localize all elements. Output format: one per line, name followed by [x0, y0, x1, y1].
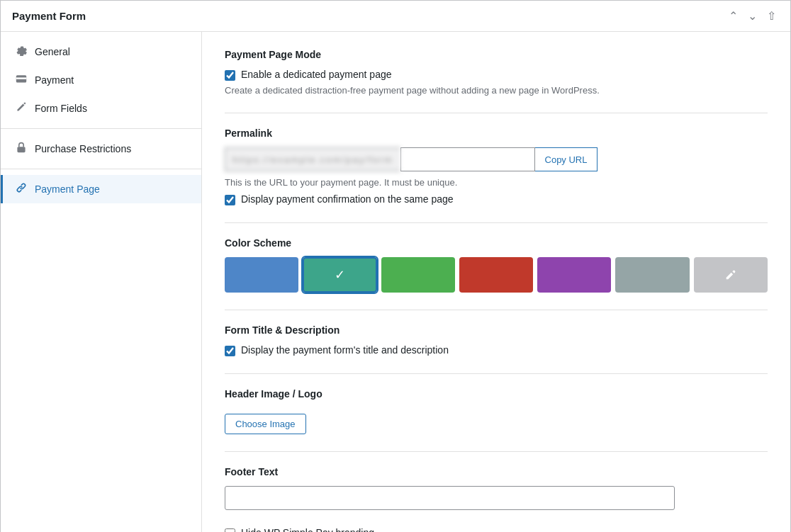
color-swatch-purple[interactable] — [537, 257, 611, 293]
edit-icon — [15, 101, 28, 115]
color-swatches: ✓ — [225, 257, 768, 293]
sidebar-item-payment-label: Payment — [35, 74, 74, 86]
permalink-row: https://example.com/pay/form Copy URL — [225, 147, 768, 171]
hide-branding-checkbox[interactable] — [225, 528, 235, 532]
sidebar-item-general-label: General — [35, 46, 70, 57]
header-image-section: Header Image / Logo Choose Image — [225, 388, 768, 434]
enable-payment-page-checkbox[interactable] — [225, 70, 235, 81]
color-swatch-custom[interactable] — [694, 257, 768, 293]
sidebar-item-form-fields[interactable]: Form Fields — [1, 94, 201, 123]
copy-url-button[interactable]: Copy URL — [535, 147, 598, 171]
color-scheme-title: Color Scheme — [225, 237, 768, 249]
display-confirmation-checkbox[interactable] — [225, 195, 235, 205]
permalink-section: Permalink https://example.com/pay/form C… — [225, 128, 768, 205]
gear-icon — [15, 45, 28, 59]
payment-page-mode-section: Payment Page Mode Enable a dedicated pay… — [225, 49, 768, 96]
display-confirmation-row: Display payment confirmation on the same… — [225, 193, 768, 205]
permalink-hint: This is the URL to your payment page. It… — [225, 177, 768, 188]
window-controls: ⌃ ⌄ ⇧ — [726, 8, 779, 24]
sidebar-item-payment-page-label: Payment Page — [35, 183, 100, 195]
collapse-down-button[interactable]: ⌄ — [745, 8, 760, 24]
lock-icon — [15, 142, 28, 156]
color-scheme-section: Color Scheme ✓ — [225, 237, 768, 293]
sidebar: General Payment Form Fields — [1, 32, 202, 532]
permalink-title: Permalink — [225, 128, 768, 139]
page-title: Payment Form — [12, 10, 86, 22]
collapse-up-button[interactable]: ⌃ — [726, 8, 741, 24]
main-content: Payment Page Mode Enable a dedicated pay… — [202, 32, 790, 532]
link-icon — [15, 182, 28, 196]
sidebar-item-payment[interactable]: Payment — [1, 66, 201, 94]
color-swatch-gray[interactable] — [615, 257, 689, 293]
expand-button[interactable]: ⇧ — [764, 8, 779, 24]
color-swatch-green[interactable] — [381, 257, 455, 293]
color-swatch-blue[interactable] — [225, 257, 298, 293]
sidebar-item-purchase-restrictions-label: Purchase Restrictions — [35, 143, 131, 154]
choose-image-button[interactable]: Choose Image — [225, 414, 306, 434]
color-swatch-teal[interactable]: ✓ — [303, 257, 376, 293]
hide-branding-row: Hide WP Simple Pay branding — [225, 527, 768, 532]
display-form-title-label[interactable]: Display the payment form's title and des… — [241, 344, 449, 356]
permalink-blurred: https://example.com/pay/form — [225, 147, 400, 171]
display-confirmation-label[interactable]: Display payment confirmation on the same… — [241, 193, 454, 205]
svg-rect-1 — [17, 147, 25, 152]
sidebar-item-general[interactable]: General — [1, 38, 201, 66]
header-image-title: Header Image / Logo — [225, 388, 768, 400]
payment-page-mode-hint: Create a dedicated distraction-free paym… — [225, 85, 768, 96]
display-form-title-checkbox[interactable] — [225, 346, 235, 356]
footer-text-input[interactable] — [225, 486, 675, 510]
sidebar-item-payment-page[interactable]: Payment Page — [1, 175, 201, 203]
sidebar-item-form-fields-label: Form Fields — [35, 103, 87, 114]
form-title-description-section: Form Title & Description Display the pay… — [225, 324, 768, 356]
sidebar-item-purchase-restrictions[interactable]: Purchase Restrictions — [1, 135, 201, 163]
permalink-input[interactable] — [400, 147, 535, 171]
footer-text-title: Footer Text — [225, 466, 768, 477]
color-swatch-red[interactable] — [459, 257, 533, 293]
hide-branding-label[interactable]: Hide WP Simple Pay branding — [241, 527, 374, 532]
display-form-title-row: Display the payment form's title and des… — [225, 344, 768, 356]
card-icon — [15, 73, 28, 87]
enable-payment-page-row: Enable a dedicated payment page — [225, 69, 768, 81]
payment-page-mode-title: Payment Page Mode — [225, 49, 768, 60]
footer-text-section: Footer Text — [225, 466, 768, 510]
enable-payment-page-label[interactable]: Enable a dedicated payment page — [241, 69, 392, 80]
form-title-description-title: Form Title & Description — [225, 324, 768, 336]
